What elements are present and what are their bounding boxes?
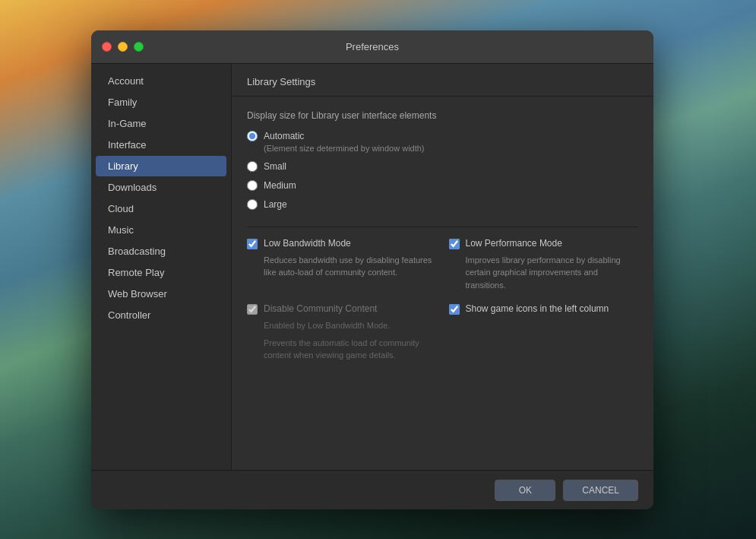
low-performance-row: Low Performance Mode bbox=[449, 238, 639, 249]
sidebar-item-music[interactable]: Music bbox=[96, 220, 226, 240]
show-game-icons-checkbox[interactable] bbox=[449, 304, 460, 315]
low-bandwidth-checkbox[interactable] bbox=[247, 239, 258, 249]
disable-community-subnote: Enabled by Low Bandwidth Mode. bbox=[247, 319, 437, 332]
disable-community-row: Disable Community Content bbox=[247, 303, 437, 315]
display-size-group: Display size for Library user interface … bbox=[247, 110, 638, 211]
section-title: Library Settings bbox=[247, 76, 315, 87]
sidebar-item-controller[interactable]: Controller bbox=[96, 305, 226, 325]
disable-community-desc: Prevents the automatic load of community… bbox=[247, 337, 437, 362]
checkbox-grid-2: Disable Community Content Enabled by Low… bbox=[247, 303, 638, 362]
sidebar-item-interface[interactable]: Interface bbox=[96, 135, 226, 155]
show-game-icons-label[interactable]: Show game icons in the left column bbox=[466, 303, 609, 314]
low-performance-desc: Improves library performance by disablin… bbox=[449, 254, 639, 292]
main-content: Library Settings Display size for Librar… bbox=[232, 64, 653, 470]
sidebar-item-family[interactable]: Family bbox=[96, 92, 226, 113]
low-bandwidth-item: Low Bandwidth Mode Reduces bandwidth use… bbox=[247, 238, 437, 292]
sidebar-item-account[interactable]: Account bbox=[96, 71, 226, 91]
radio-medium-input[interactable] bbox=[247, 180, 258, 191]
section-header: Library Settings bbox=[232, 64, 653, 97]
minimize-button[interactable] bbox=[118, 42, 128, 52]
show-game-icons-row: Show game icons in the left column bbox=[449, 303, 639, 315]
radio-small-input[interactable] bbox=[247, 161, 258, 172]
disable-community-checkbox[interactable] bbox=[247, 304, 258, 315]
sidebar-item-remote-play[interactable]: Remote Play bbox=[96, 262, 226, 283]
traffic-lights bbox=[102, 42, 144, 52]
sidebar-item-downloads[interactable]: Downloads bbox=[96, 177, 226, 198]
show-game-icons-item: Show game icons in the left column bbox=[449, 303, 639, 362]
low-performance-item: Low Performance Mode Improves library pe… bbox=[449, 238, 639, 292]
title-bar: Preferences bbox=[91, 30, 653, 64]
sidebar-item-cloud[interactable]: Cloud bbox=[96, 198, 226, 219]
ok-button[interactable]: OK bbox=[495, 480, 555, 501]
low-performance-label[interactable]: Low Performance Mode bbox=[466, 238, 562, 249]
sidebar-item-broadcasting[interactable]: Broadcasting bbox=[96, 241, 226, 262]
disable-community-label[interactable]: Disable Community Content bbox=[264, 303, 377, 314]
radio-automatic-label[interactable]: Automatic (Element size determined by wi… bbox=[264, 130, 425, 154]
radio-automatic: Automatic (Element size determined by wi… bbox=[247, 130, 638, 154]
dialog-footer: OK CANCEL bbox=[91, 470, 653, 509]
sidebar-item-web-browser[interactable]: Web Browser bbox=[96, 284, 226, 304]
low-bandwidth-label[interactable]: Low Bandwidth Mode bbox=[264, 238, 351, 249]
low-performance-checkbox[interactable] bbox=[449, 239, 460, 249]
divider-1 bbox=[247, 227, 638, 227]
sidebar-item-in-game[interactable]: In-Game bbox=[96, 113, 226, 134]
dialog-body: Account Family In-Game Interface Library… bbox=[91, 64, 653, 470]
checkbox-grid: Low Bandwidth Mode Reduces bandwidth use… bbox=[247, 238, 638, 292]
radio-medium: Medium bbox=[247, 179, 638, 192]
radio-small: Small bbox=[247, 160, 638, 173]
radio-large-label[interactable]: Large bbox=[264, 198, 287, 211]
cancel-button[interactable]: CANCEL bbox=[563, 480, 638, 501]
sidebar: Account Family In-Game Interface Library… bbox=[91, 64, 232, 470]
display-size-label: Display size for Library user interface … bbox=[247, 110, 638, 121]
window-title: Preferences bbox=[346, 41, 399, 52]
radio-medium-label[interactable]: Medium bbox=[264, 179, 296, 192]
preferences-dialog: Preferences Account Family In-Game Inter… bbox=[91, 30, 653, 509]
content-area: Display size for Library user interface … bbox=[232, 97, 653, 470]
radio-large: Large bbox=[247, 198, 638, 211]
maximize-button[interactable] bbox=[134, 42, 144, 52]
radio-large-input[interactable] bbox=[247, 199, 258, 210]
disable-community-item: Disable Community Content Enabled by Low… bbox=[247, 303, 437, 362]
low-bandwidth-desc: Reduces bandwidth use by disabling featu… bbox=[247, 254, 437, 279]
low-bandwidth-row: Low Bandwidth Mode bbox=[247, 238, 437, 249]
close-button[interactable] bbox=[102, 42, 112, 52]
radio-small-label[interactable]: Small bbox=[264, 160, 286, 173]
sidebar-item-library[interactable]: Library bbox=[96, 156, 226, 176]
radio-automatic-input[interactable] bbox=[247, 131, 258, 141]
